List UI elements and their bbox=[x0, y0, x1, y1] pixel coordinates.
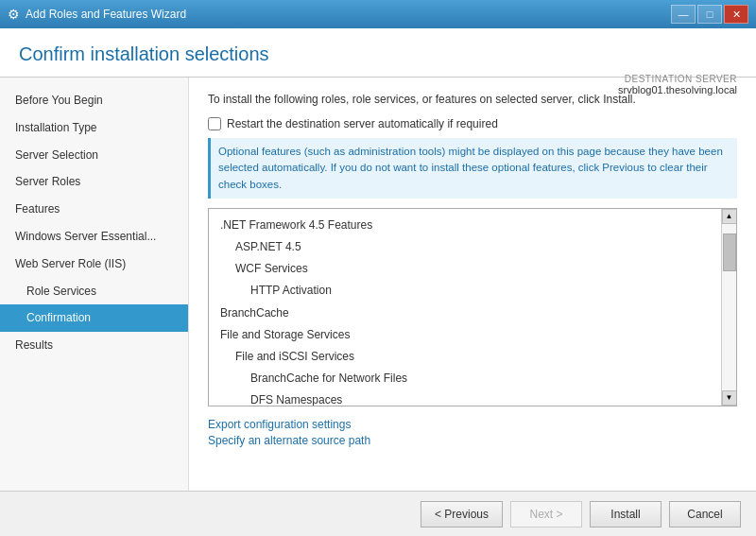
feature-list-container: .NET Framework 4.5 FeaturesASP.NET 4.5WC… bbox=[208, 208, 737, 406]
install-button[interactable]: Install bbox=[590, 501, 662, 527]
optional-info-text: Optional features (such as administratio… bbox=[208, 138, 737, 199]
sidebar-item-6[interactable]: Web Server Role (IIS) bbox=[0, 251, 188, 278]
restart-checkbox[interactable] bbox=[208, 117, 221, 130]
feature-item-1: ASP.NET 4.5 bbox=[213, 236, 717, 258]
content-area: To install the following roles, role ser… bbox=[189, 78, 756, 491]
wizard-container: Confirm installation selections DESTINAT… bbox=[0, 28, 756, 536]
sidebar-item-8[interactable]: Confirmation bbox=[0, 304, 188, 332]
feature-item-5: File and Storage Services bbox=[213, 324, 717, 346]
feature-item-6: File and iSCSI Services bbox=[213, 346, 717, 368]
feature-item-8: DFS Namespaces bbox=[213, 389, 717, 406]
feature-item-4: BranchCache bbox=[213, 303, 717, 324]
previous-button[interactable]: < Previous bbox=[421, 501, 503, 527]
app-icon: ⚙ bbox=[8, 7, 20, 22]
restart-checkbox-row: Restart the destination server automatic… bbox=[208, 117, 737, 130]
wizard-header: Confirm installation selections DESTINAT… bbox=[0, 28, 756, 78]
maximize-button[interactable]: □ bbox=[697, 5, 722, 24]
wizard-body: Before You BeginInstallation TypeServer … bbox=[0, 78, 756, 491]
scroll-down-arrow[interactable]: ▼ bbox=[722, 390, 737, 406]
sidebar-item-9[interactable]: Results bbox=[0, 332, 188, 359]
minimize-button[interactable]: — bbox=[671, 5, 696, 24]
sidebar-item-0[interactable]: Before You Begin bbox=[0, 87, 188, 114]
window-title: Add Roles and Features Wizard bbox=[26, 8, 186, 21]
title-bar-left: ⚙ Add Roles and Features Wizard bbox=[8, 7, 186, 22]
wizard-link-0[interactable]: Export configuration settings bbox=[208, 418, 737, 431]
feature-item-0: .NET Framework 4.5 Features bbox=[213, 215, 717, 236]
cancel-button[interactable]: Cancel bbox=[669, 501, 741, 527]
wizard-footer: < PreviousNext >InstallCancel bbox=[0, 491, 756, 536]
feature-item-7: BranchCache for Network Files bbox=[213, 368, 717, 389]
scrollbar[interactable]: ▲ ▼ bbox=[721, 209, 736, 406]
scroll-track[interactable] bbox=[722, 224, 736, 390]
links-area: Export configuration settingsSpecify an … bbox=[208, 418, 737, 450]
feature-item-2: WCF Services bbox=[213, 258, 717, 280]
sidebar-item-1[interactable]: Installation Type bbox=[0, 114, 188, 142]
title-bar: ⚙ Add Roles and Features Wizard — □ ✕ bbox=[0, 0, 756, 28]
window-controls: — □ ✕ bbox=[671, 5, 748, 24]
feature-item-3: HTTP Activation bbox=[213, 280, 717, 302]
sidebar-item-5[interactable]: Windows Server Essential... bbox=[0, 223, 188, 251]
sidebar: Before You BeginInstallation TypeServer … bbox=[0, 78, 189, 491]
scroll-thumb[interactable] bbox=[723, 233, 736, 271]
sidebar-item-2[interactable]: Server Selection bbox=[0, 142, 188, 169]
page-title: Confirm installation selections bbox=[19, 43, 737, 65]
feature-list[interactable]: .NET Framework 4.5 FeaturesASP.NET 4.5WC… bbox=[209, 209, 721, 406]
next-button[interactable]: Next > bbox=[510, 501, 582, 527]
sidebar-item-4[interactable]: Features bbox=[0, 196, 188, 223]
restart-label[interactable]: Restart the destination server automatic… bbox=[227, 117, 498, 130]
close-button[interactable]: ✕ bbox=[724, 5, 748, 24]
sidebar-item-7[interactable]: Role Services bbox=[0, 278, 188, 305]
sidebar-item-3[interactable]: Server Roles bbox=[0, 168, 188, 196]
wizard-link-1[interactable]: Specify an alternate source path bbox=[208, 434, 737, 447]
intro-text: To install the following roles, role ser… bbox=[208, 91, 737, 108]
scroll-up-arrow[interactable]: ▲ bbox=[722, 209, 737, 224]
